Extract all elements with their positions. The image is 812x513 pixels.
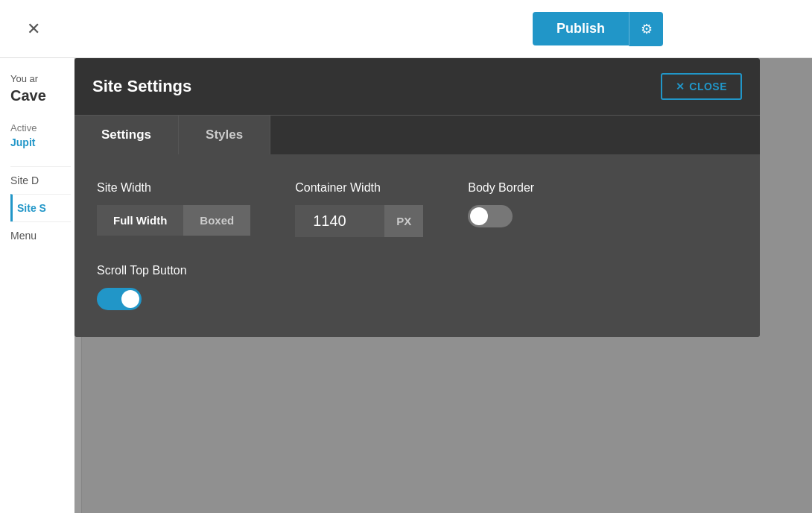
publish-settings-button[interactable]: ⚙ bbox=[629, 12, 663, 46]
close-modal-button[interactable]: ✕ CLOSE bbox=[661, 73, 742, 100]
tab-styles[interactable]: Styles bbox=[179, 116, 270, 154]
sidebar-site-title: Cave bbox=[10, 87, 71, 104]
container-width-label: Container Width bbox=[295, 181, 423, 195]
site-width-group: Site Width Full Width Boxed bbox=[97, 181, 250, 236]
sidebar-active-label: Active bbox=[10, 122, 71, 133]
sidebar-item-sites[interactable]: Site S bbox=[10, 194, 71, 221]
tab-settings[interactable]: Settings bbox=[74, 116, 179, 154]
publish-group: Publish ⚙ bbox=[533, 12, 663, 46]
body-border-toggle[interactable] bbox=[468, 205, 513, 227]
body-border-label: Body Border bbox=[468, 181, 534, 195]
modal-tabs: Settings Styles bbox=[74, 115, 760, 154]
width-buttons: Full Width Boxed bbox=[97, 205, 250, 236]
full-width-button[interactable]: Full Width bbox=[97, 205, 183, 236]
modal-overlay: Site Settings ✕ CLOSE Settings Styles Si… bbox=[74, 58, 812, 513]
scroll-top-label: Scroll Top Button bbox=[97, 264, 738, 277]
scroll-top-toggle-knob bbox=[121, 290, 139, 308]
modal-body: Site Width Full Width Boxed Container Wi… bbox=[74, 154, 760, 337]
gear-icon: ⚙ bbox=[641, 21, 653, 37]
close-modal-label: CLOSE bbox=[689, 81, 727, 92]
container-width-input-group: PX bbox=[295, 205, 423, 237]
body-border-group: Body Border bbox=[468, 181, 534, 227]
sidebar-item-sited[interactable]: Site D bbox=[10, 166, 71, 194]
sidebar-you-are-text: You ar bbox=[10, 73, 71, 84]
scroll-top-toggle[interactable] bbox=[97, 288, 142, 310]
scroll-top-section: Scroll Top Button bbox=[97, 264, 738, 310]
close-modal-icon: ✕ bbox=[676, 81, 685, 92]
body-border-toggle-knob bbox=[470, 207, 488, 225]
container-width-group: Container Width PX bbox=[295, 181, 423, 237]
modal-header: Site Settings ✕ CLOSE bbox=[74, 58, 760, 115]
close-editor-button[interactable]: ✕ bbox=[15, 10, 52, 48]
site-settings-modal: Site Settings ✕ CLOSE Settings Styles Si… bbox=[74, 58, 760, 337]
container-width-field[interactable] bbox=[295, 205, 384, 237]
close-x-icon: ✕ bbox=[27, 19, 40, 39]
site-width-label: Site Width bbox=[97, 181, 250, 195]
boxed-button[interactable]: Boxed bbox=[183, 205, 250, 236]
container-width-unit: PX bbox=[384, 205, 423, 237]
modal-title: Site Settings bbox=[92, 77, 191, 96]
settings-row-1: Site Width Full Width Boxed Container Wi… bbox=[97, 181, 738, 237]
sidebar-active-value: Jupit bbox=[10, 136, 71, 148]
left-sidebar: You ar Cave Active Jupit Site D Site S M… bbox=[0, 58, 82, 513]
publish-button[interactable]: Publish bbox=[533, 12, 629, 45]
sidebar-item-menu[interactable]: Menu bbox=[10, 221, 71, 249]
top-bar: ✕ Publish ⚙ bbox=[0, 0, 812, 58]
